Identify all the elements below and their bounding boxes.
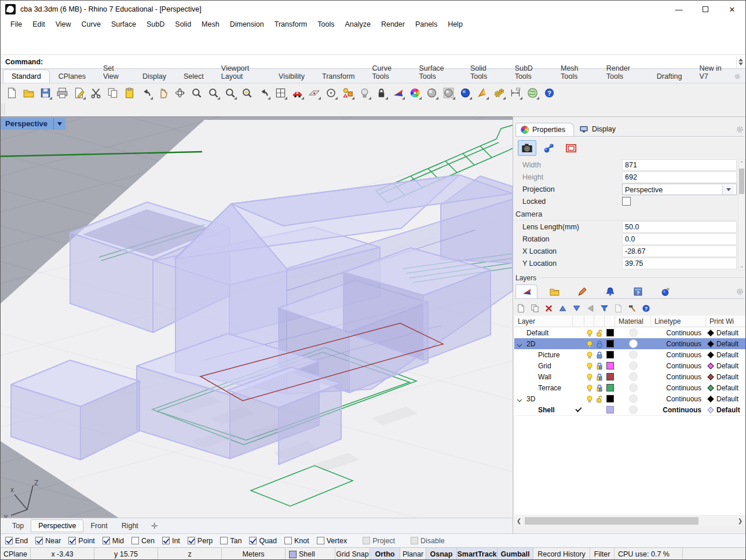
- rotate-view-button[interactable]: [172, 85, 188, 101]
- checkbox-icon[interactable]: [131, 537, 139, 544]
- menu-transform[interactable]: Transform: [269, 20, 313, 28]
- viewport-rect-button[interactable]: [562, 140, 580, 156]
- tab-visibility[interactable]: Visibility: [270, 69, 313, 83]
- save-file-button[interactable]: [38, 85, 53, 101]
- selection-filter-button[interactable]: [340, 85, 356, 101]
- layer-row-2d[interactable]: 2D Continuous Default: [514, 338, 746, 349]
- menu-help[interactable]: Help: [443, 20, 468, 28]
- lock-mixed-icon[interactable]: [595, 373, 604, 381]
- viewport-title-menu-button[interactable]: [53, 118, 65, 130]
- tab-solid-tools[interactable]: Solid Tools: [462, 61, 506, 83]
- column-linetype[interactable]: Linetype: [651, 316, 706, 327]
- print-button[interactable]: [54, 85, 70, 101]
- osnap-perp[interactable]: Perp: [188, 537, 213, 545]
- undo-view-button[interactable]: [256, 85, 272, 101]
- unparent-layer-icon[interactable]: [586, 304, 595, 313]
- column-material[interactable]: Material: [615, 316, 651, 327]
- viewport-tab-front[interactable]: Front: [83, 520, 114, 532]
- material-preview[interactable]: [629, 328, 638, 337]
- status-ortho[interactable]: Ortho: [370, 548, 400, 560]
- close-button[interactable]: ✕: [719, 1, 745, 18]
- tab-set-view[interactable]: Set View: [94, 61, 134, 83]
- tab-mesh-tools[interactable]: Mesh Tools: [552, 61, 598, 83]
- osnap-vertex[interactable]: Vertex: [317, 537, 347, 545]
- file-properties-button[interactable]: [71, 85, 87, 101]
- osnap-project[interactable]: Project: [363, 537, 395, 545]
- annotate-tab[interactable]: [571, 284, 593, 298]
- visibility-bulb-icon[interactable]: [586, 340, 594, 348]
- checkbox-checked-icon[interactable]: [103, 537, 110, 544]
- menu-analyze[interactable]: Analyze: [339, 20, 375, 28]
- minimize-button[interactable]: —: [665, 1, 692, 18]
- named-views-button[interactable]: [290, 85, 305, 101]
- help-panel-tab[interactable]: [627, 284, 649, 298]
- layer-row-default[interactable]: Default Continuous Default: [514, 327, 746, 338]
- cplane-button[interactable]: [306, 85, 322, 101]
- material-preview[interactable]: [629, 383, 638, 392]
- new-layer-icon[interactable]: [517, 304, 525, 313]
- osnap-tan[interactable]: Tan: [220, 537, 242, 545]
- hscrollbar-thumb[interactable]: [525, 517, 699, 525]
- column-visible[interactable]: [584, 316, 594, 327]
- move-layer-down-icon[interactable]: [572, 304, 581, 313]
- osnap-end[interactable]: End: [5, 537, 28, 545]
- command-spinner[interactable]: [736, 56, 744, 68]
- material-preview[interactable]: [629, 372, 638, 381]
- layer-tools-icon[interactable]: [628, 304, 637, 313]
- layers-gear-icon[interactable]: [736, 287, 744, 296]
- layer-folder-tab[interactable]: [543, 284, 565, 298]
- scroll-down-icon[interactable]: ⌄: [738, 262, 745, 270]
- delete-layer-icon[interactable]: [544, 304, 553, 313]
- linetype-value[interactable]: Continuous: [651, 362, 706, 370]
- material-preview[interactable]: [629, 350, 638, 359]
- dimension-button[interactable]: [508, 85, 524, 101]
- checkbox-checked-icon[interactable]: [188, 537, 195, 544]
- osnap-disable[interactable]: Disable: [411, 537, 445, 545]
- scrollbar-thumb[interactable]: [739, 169, 744, 194]
- status-planar[interactable]: Planar: [400, 548, 426, 560]
- status-gumball[interactable]: Gumball: [498, 548, 533, 560]
- osnap-near[interactable]: Near: [35, 537, 61, 545]
- linetype-value[interactable]: Continuous: [651, 406, 706, 414]
- menu-edit[interactable]: Edit: [27, 20, 50, 28]
- notifications-tab[interactable]: [599, 284, 621, 298]
- menu-render[interactable]: Render: [376, 20, 410, 28]
- lock-button[interactable]: [374, 85, 389, 101]
- status-smarttrack[interactable]: SmartTrack: [457, 548, 498, 560]
- layer-color-swatch[interactable]: [606, 384, 614, 391]
- osnap-mid[interactable]: Mid: [103, 537, 124, 545]
- display-mode-button[interactable]: [390, 85, 406, 101]
- material-preview[interactable]: [629, 361, 638, 370]
- linetype-value[interactable]: Continuous: [651, 340, 706, 348]
- osnap-int[interactable]: Int: [162, 537, 180, 545]
- tab-standard[interactable]: Standard: [3, 69, 50, 83]
- render-preview-button[interactable]: [474, 85, 490, 101]
- linetype-value[interactable]: Continuous: [651, 351, 706, 359]
- column-color[interactable]: [605, 316, 615, 327]
- layer-color-swatch[interactable]: [606, 406, 614, 413]
- x-location-input[interactable]: -28.67: [622, 246, 737, 257]
- zoom-extents-button[interactable]: [222, 85, 238, 101]
- tab-transform[interactable]: Transform: [313, 69, 364, 83]
- tab-properties[interactable]: Properties: [515, 123, 574, 136]
- projection-dropdown-button[interactable]: [722, 185, 734, 195]
- column-layer[interactable]: Layer: [514, 316, 573, 327]
- lock-open-icon[interactable]: [595, 329, 604, 337]
- lock-closed-icon[interactable]: [595, 351, 604, 359]
- menu-mesh[interactable]: Mesh: [196, 20, 225, 28]
- add-viewport-tab-button[interactable]: ✛: [151, 521, 158, 530]
- tab-subd-tools[interactable]: SubD Tools: [506, 61, 552, 83]
- viewport-canvas[interactable]: Z x y: [1, 117, 513, 518]
- status-current-layer[interactable]: Shell: [286, 548, 335, 560]
- layer-color-swatch[interactable]: [606, 373, 614, 380]
- visibility-bulb-icon[interactable]: [586, 329, 594, 337]
- visibility-bulb-icon[interactable]: [586, 395, 594, 403]
- zoom-dynamic-button[interactable]: [189, 85, 204, 101]
- lock-open-icon[interactable]: [595, 395, 604, 403]
- scroll-up-icon[interactable]: ⌃: [738, 159, 745, 167]
- options-button[interactable]: [491, 85, 507, 101]
- lock-mixed-icon[interactable]: [595, 384, 604, 392]
- tab-surface-tools[interactable]: Surface Tools: [410, 61, 462, 83]
- visibility-bulb-icon[interactable]: [586, 362, 594, 370]
- layer-row-grid[interactable]: Grid Continuous Default: [514, 360, 746, 371]
